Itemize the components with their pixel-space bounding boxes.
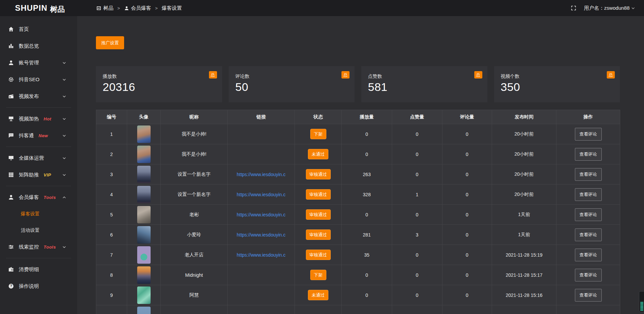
table-row: 9阿慧未通过0002021-11-28 15:16查看评论 bbox=[96, 285, 620, 305]
fullscreen-icon[interactable] bbox=[571, 5, 577, 11]
sidebar-subitem-activity-setting[interactable]: 活动设置 bbox=[0, 222, 77, 239]
avatar bbox=[137, 125, 151, 143]
view-comments-button[interactable]: 查看评论 bbox=[575, 188, 602, 201]
question-icon: ? bbox=[8, 283, 14, 289]
status-badge[interactable]: 审核通过 bbox=[306, 229, 331, 240]
status-badge[interactable]: 审核通过 bbox=[306, 209, 331, 220]
chevron-down-icon bbox=[62, 94, 66, 99]
sidebar-item-omni-media[interactable]: 全媒体运营 bbox=[0, 150, 77, 166]
video-link[interactable]: https://www.iesdouyin.c bbox=[237, 212, 286, 217]
cell-id: 2 bbox=[96, 144, 127, 164]
cell-empty bbox=[228, 305, 295, 314]
chevron-down-icon bbox=[62, 77, 66, 82]
sidebar-item-data-overview[interactable]: 数据总览 bbox=[0, 38, 77, 54]
cell-empty bbox=[492, 305, 556, 314]
cell-empty bbox=[392, 305, 442, 314]
status-badge[interactable]: 未通过 bbox=[308, 290, 328, 300]
breadcrumb-item-2[interactable]: 爆客设置 bbox=[162, 5, 182, 11]
video-icon bbox=[8, 93, 14, 99]
cell-id: 6 bbox=[96, 225, 127, 245]
breadcrumb-item-1[interactable]: 会员爆客 bbox=[124, 5, 151, 11]
cell-avatar bbox=[127, 164, 161, 185]
view-comments-button[interactable]: 查看评论 bbox=[575, 269, 602, 281]
view-comments-button[interactable]: 查看评论 bbox=[575, 128, 602, 141]
cell-comments: 0 bbox=[442, 164, 492, 185]
cell-action: 查看评论 bbox=[556, 285, 620, 305]
view-comments-button[interactable]: 查看评论 bbox=[575, 208, 602, 221]
cell-time: 2021-11-28 15:17 bbox=[492, 265, 556, 285]
floating-widget[interactable] bbox=[639, 291, 644, 312]
sidebar-item-label: 视频发布 bbox=[19, 93, 39, 100]
app-logo: SHUPIN 树品 bbox=[0, 2, 77, 14]
sidebar-item-consume-detail[interactable]: 消费明细 bbox=[0, 261, 77, 278]
cell-plays: 0 bbox=[342, 144, 392, 164]
cell-action: 查看评论 bbox=[556, 265, 620, 285]
cell-time: 2021-11-28 15:16 bbox=[492, 285, 556, 305]
cell-action: 查看评论 bbox=[556, 144, 620, 164]
breadcrumb-item-0[interactable]: 树品 bbox=[96, 5, 113, 11]
video-link[interactable]: https://www.iesdouyin.c bbox=[237, 192, 286, 197]
cell-comments: 0 bbox=[442, 265, 492, 285]
column-header: 点赞量 bbox=[392, 110, 442, 124]
cell-plays: 281 bbox=[342, 225, 392, 245]
table-row: 5老彬https://www.iesdouyin.c审核通过0001天前查看评论 bbox=[96, 205, 620, 225]
status-badge[interactable]: 审核通过 bbox=[306, 189, 331, 200]
sidebar-item-label: 全媒体运营 bbox=[19, 155, 44, 161]
cell-link bbox=[228, 144, 295, 164]
status-badge[interactable]: 审核通过 bbox=[306, 169, 331, 179]
cell-nickname: 阿慧 bbox=[161, 285, 228, 305]
cell-plays: 35 bbox=[342, 245, 392, 265]
table-row: 1我不是小帅!下架00020小时前查看评论 bbox=[96, 124, 620, 144]
status-badge[interactable]: 下架 bbox=[310, 270, 326, 280]
sidebar-item-account-manage[interactable]: 账号管理 bbox=[0, 54, 77, 71]
cell-status: 审核通过 bbox=[295, 205, 342, 225]
breadcrumb-label: 会员爆客 bbox=[131, 5, 151, 11]
sidebar-item-video-heat[interactable]: 视频加热Hot bbox=[0, 110, 77, 127]
sidebar-item-operation-guide[interactable]: ?操作说明 bbox=[0, 278, 77, 295]
status-badge[interactable]: 审核通过 bbox=[306, 250, 331, 260]
status-badge[interactable]: 未通过 bbox=[308, 149, 328, 159]
monitor-icon bbox=[8, 155, 14, 161]
video-link[interactable]: https://www.iesdouyin.c bbox=[237, 252, 286, 258]
cell-comments: 0 bbox=[442, 144, 492, 164]
sidebar-item-member-baoke[interactable]: 会员爆客Tools bbox=[0, 189, 77, 206]
cell-link bbox=[228, 124, 295, 144]
sidebar-item-clue-monitor[interactable]: 线索监控Tools bbox=[0, 239, 77, 255]
sidebar-item-label: 账号管理 bbox=[19, 60, 39, 66]
cell-id: 3 bbox=[96, 164, 127, 185]
promotion-settings-button[interactable]: 推广设置 bbox=[96, 36, 124, 49]
view-comments-button[interactable]: 查看评论 bbox=[575, 228, 602, 241]
video-link[interactable]: https://www.iesdouyin.c bbox=[237, 172, 286, 177]
view-comments-button[interactable]: 查看评论 bbox=[575, 148, 602, 161]
cell-nickname: Midnight bbox=[161, 265, 228, 285]
cell-time: 2021-11-28 15:19 bbox=[492, 245, 556, 265]
view-comments-button[interactable]: 查看评论 bbox=[575, 289, 602, 302]
cell-comments: 0 bbox=[442, 245, 492, 265]
cell-avatar bbox=[127, 124, 161, 144]
view-comments-button[interactable]: 查看评论 bbox=[575, 249, 602, 261]
sidebar-item-douyin-seo[interactable]: 抖音SEO bbox=[0, 71, 77, 88]
view-comments-button[interactable]: 查看评论 bbox=[575, 168, 602, 181]
sidebar-item-badge: Tools bbox=[44, 195, 56, 200]
column-header: 评论量 bbox=[442, 110, 492, 124]
cell-comments: 0 bbox=[442, 205, 492, 225]
sidebar-item-douketong[interactable]: 抖客通New bbox=[0, 127, 77, 144]
video-link[interactable]: https://www.iesdouyin.c bbox=[237, 232, 286, 238]
chevron-down-icon bbox=[62, 61, 66, 65]
cell-time: 20小时前 bbox=[492, 185, 556, 205]
username-dropdown[interactable]: 用户名：zswodun88 bbox=[584, 5, 635, 11]
sidebar-item-home[interactable]: 首页 bbox=[0, 21, 77, 38]
cell-id bbox=[96, 305, 127, 314]
cell-empty bbox=[161, 305, 228, 314]
sidebar-item-video-publish[interactable]: 视频发布 bbox=[0, 88, 77, 105]
sidebar-item-matrix-boost[interactable]: 矩阵助推VIP bbox=[0, 166, 77, 183]
column-header: 编号 bbox=[96, 110, 127, 124]
stat-card-comments: 评论数50总 bbox=[229, 66, 355, 102]
cell-likes: 3 bbox=[392, 225, 442, 245]
cell-likes: 0 bbox=[392, 144, 442, 164]
column-header: 昵称 bbox=[161, 110, 228, 124]
status-badge[interactable]: 下架 bbox=[310, 129, 326, 139]
cell-action: 查看评论 bbox=[556, 164, 620, 185]
sidebar-subitem-baoke-setting[interactable]: 爆客设置 bbox=[0, 206, 77, 222]
cell-link: https://www.iesdouyin.c bbox=[228, 185, 295, 205]
